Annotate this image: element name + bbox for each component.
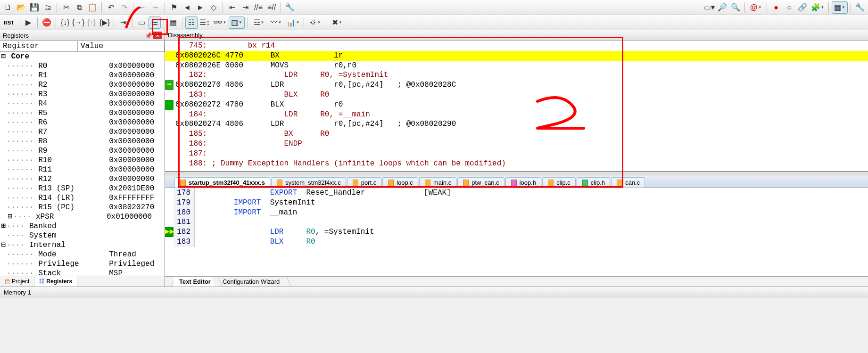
left-tab-project[interactable]: ▤Project [0, 276, 34, 287]
editor-tab[interactable]: system_stm32f4xx.c [271, 177, 346, 188]
new-file-icon[interactable]: 🗋 [2, 1, 14, 14]
bookmark-clear-icon[interactable]: ◇ [207, 1, 220, 14]
register-row[interactable]: ······ R15 (PC) 0x08020270 [0, 203, 165, 212]
bookmark-flag-icon[interactable]: ⚑ [168, 1, 180, 14]
find-combo[interactable]: ▭▾ [703, 1, 715, 14]
register-row[interactable]: ······ R9 0x00000000 [0, 146, 165, 156]
editor-tab[interactable]: clip.c [542, 177, 576, 188]
register-row[interactable]: ······ R10 0x00000000 [0, 156, 165, 165]
disassembly-line[interactable]: 183: BLX R0 [165, 90, 868, 100]
record-empty-icon[interactable]: ○ [783, 1, 795, 14]
register-row[interactable]: ······ R3 0x00000000 [0, 90, 165, 99]
register-row[interactable]: ······ R7 0x00000000 [0, 127, 165, 137]
cut-icon[interactable]: ✂ [60, 1, 72, 14]
step-into-icon[interactable]: {↓} [59, 16, 71, 29]
register-row[interactable]: ⊞···· Banked [0, 222, 165, 231]
reset-cpu-button[interactable]: RST [2, 16, 16, 29]
indent-icon[interactable]: ⇥ [239, 1, 251, 14]
register-row[interactable]: ······ R1 0x00000000 [0, 71, 165, 80]
link-icon[interactable]: 🔗 [796, 1, 809, 14]
editor-bottom-tab[interactable]: Text Editor [174, 277, 217, 287]
register-row[interactable]: ······ R6 0x00000000 [0, 118, 165, 127]
editor-line[interactable]: 181 [165, 217, 868, 227]
step-over-icon[interactable]: {→} [72, 16, 84, 29]
register-row[interactable]: ······ Stack MSP [0, 269, 165, 276]
open-folder-icon[interactable]: 📂 [15, 1, 27, 14]
disassembly-line[interactable]: 187: [165, 149, 868, 159]
editor-tab[interactable]: ptw_can.c [457, 177, 504, 188]
register-row[interactable]: ······ R11 0x00000000 [0, 165, 165, 174]
close-panel-button[interactable]: ✕ [153, 32, 162, 39]
disassembly-line[interactable]: 0x0802026C 4770 BX lr [165, 51, 868, 61]
registers-col-name[interactable]: Register [0, 41, 78, 51]
editor-line[interactable]: 180 IMPORT __main [165, 208, 868, 218]
symbols-window-icon[interactable]: ▤ [167, 16, 179, 29]
system-viewer-icon[interactable]: ⛭▼ [307, 16, 323, 29]
find-text-icon[interactable]: 🔎 [716, 1, 728, 14]
register-row[interactable]: ······ R8 0x00000000 [0, 137, 165, 146]
register-row[interactable]: ······ R12 0x00000000 [0, 174, 165, 184]
horizontal-splitter[interactable] [165, 172, 868, 175]
editor-tab[interactable]: main.c [419, 177, 456, 188]
configure-target-icon[interactable]: 🔧 [284, 1, 296, 14]
undo-icon[interactable]: ↶ [105, 1, 117, 14]
disassembly-line[interactable]: ➡0x08020270 4806 LDR r0,[pc,#24] ; @0x08… [165, 80, 868, 90]
editor-line[interactable]: 179 IMPORT SystemInit [165, 198, 868, 208]
puzzle-icon[interactable]: 🧩▼ [810, 1, 826, 14]
show-next-icon[interactable]: ⇥ [117, 16, 129, 29]
register-row[interactable]: ······ R13 (SP) 0x2001DE00 [0, 184, 165, 193]
stop-icon[interactable]: ⛔ [41, 16, 53, 29]
serial-window-icon[interactable]: ☲▼ [251, 16, 267, 29]
disassembly-line[interactable]: 188: ; Dummy Exception Handlers (infinit… [165, 159, 868, 169]
disassembly-line[interactable]: 745: bx r14 [165, 41, 868, 51]
left-tab-registers[interactable]: ☷Registers [34, 276, 77, 287]
disassembly-line[interactable]: 184: LDR R0, =__main [165, 110, 868, 120]
register-row[interactable]: ⊟ Core [0, 52, 165, 61]
find-in-files-icon[interactable]: 🔍 [729, 1, 742, 14]
forward-arrow-icon[interactable]: → [149, 1, 162, 14]
call-stack-window-icon[interactable]: ☰↕ [198, 16, 211, 29]
register-row[interactable]: ······ R5 0x00000000 [0, 108, 165, 118]
editor-tab[interactable]: can.c [611, 177, 645, 188]
register-row[interactable]: ······ Privilege Privileged [0, 259, 165, 269]
paste-icon[interactable]: 📋 [86, 1, 99, 14]
command-window-icon[interactable]: ▭ [135, 16, 148, 29]
back-arrow-icon[interactable]: ← [136, 1, 149, 14]
registers-tree[interactable]: ⊟ Core ······ R0 0x00000000 ······ R1 0x… [0, 52, 165, 276]
disassembly-line[interactable]: 182: LDR R0, =SystemInit [165, 70, 868, 80]
register-row[interactable]: ⊟···· Internal [0, 240, 165, 250]
uncomment-icon[interactable]: ≡// [265, 1, 278, 14]
run-icon[interactable]: ▶ [22, 16, 34, 29]
editor-tab[interactable]: clip.h [577, 177, 610, 188]
editor-tab[interactable]: loop.h [505, 177, 541, 188]
memory-window-icon[interactable]: ▥▼ [229, 16, 245, 29]
editor-body[interactable]: 178 EXPORT Reset_Handler [WEAK] 179 IMPO… [165, 188, 868, 276]
disassembly-line[interactable]: 186: ENDP [165, 139, 868, 149]
register-row[interactable]: ···· System [0, 231, 165, 240]
register-row[interactable]: ······ R2 0x00000000 [0, 80, 165, 90]
layout-icon[interactable]: ▦▼ [832, 1, 848, 14]
comment-icon[interactable]: //≡ [252, 1, 265, 14]
register-row[interactable]: ······ R14 (LR) 0xFFFFFFFF [0, 193, 165, 203]
outdent-icon[interactable]: ⇤ [226, 1, 238, 14]
bookmark-prev-icon[interactable]: ◄ [181, 1, 193, 14]
register-row[interactable]: ······ Mode Thread [0, 250, 165, 259]
disassembly-line[interactable]: 0x0802026E 0000 MOVS r0,r0 [165, 61, 868, 71]
editor-tab[interactable]: port.c [347, 177, 382, 188]
disassembly-line[interactable]: 185: BX R0 [165, 129, 868, 139]
copy-icon[interactable]: ⧉ [73, 1, 85, 14]
pin-icon[interactable]: 📌 [145, 32, 152, 39]
disassembly-window-icon[interactable]: ☰ [149, 16, 161, 29]
register-row[interactable]: ······ R4 0x00000000 [0, 99, 165, 108]
save-all-icon[interactable]: 🗂 [41, 1, 54, 14]
save-icon[interactable]: 💾 [28, 1, 41, 14]
register-row[interactable]: ······ R0 0x00000000 [0, 61, 165, 71]
editor-tab[interactable]: loop.c [382, 177, 418, 188]
editor-tab[interactable]: startup_stm32f40_41xxx.s [174, 177, 270, 188]
editor-line[interactable]: 178 EXPORT Reset_Handler [WEAK] [165, 188, 868, 198]
toolbox-icon[interactable]: ✖▼ [329, 16, 345, 29]
disassembly-line[interactable]: .0x08020272 4780 BLX r0 [165, 100, 868, 110]
registers-col-value[interactable]: Value [78, 41, 165, 51]
editor-line[interactable]: ▶▶182 LDR R0, =SystemInit [165, 227, 868, 237]
wrench-icon[interactable]: 🔧 [854, 1, 866, 14]
